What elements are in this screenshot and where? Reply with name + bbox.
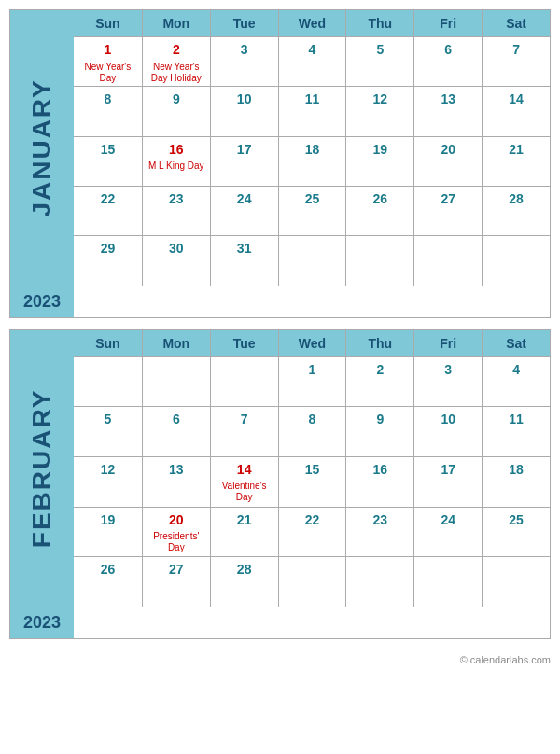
day-cell <box>413 557 482 607</box>
header-thu: Thu <box>345 10 413 36</box>
day-cell: 12 <box>74 457 142 507</box>
day-cell: 14Valentine's Day <box>210 457 278 507</box>
day-cell: 25 <box>278 187 346 235</box>
day-cell <box>413 236 482 285</box>
day-cell: 21 <box>210 508 278 557</box>
day-cell: 16M L King Day <box>142 137 210 186</box>
day-number: 7 <box>512 41 520 60</box>
day-number: 13 <box>441 91 455 109</box>
day-number: 9 <box>173 91 180 109</box>
january-bottom-row: 2023 <box>10 286 550 317</box>
february-day-headers: Sun Mon Tue Wed Thu Fri Sat <box>74 330 550 357</box>
day-number: 13 <box>169 461 184 480</box>
day-cell: 26 <box>74 557 142 607</box>
day-number: 14 <box>237 461 252 480</box>
day-number: 3 <box>241 41 248 60</box>
day-number: 12 <box>373 91 388 109</box>
day-number: 28 <box>237 561 252 579</box>
day-cell: 7 <box>210 407 278 456</box>
day-cell: 23 <box>345 508 413 557</box>
day-cell: 27 <box>413 187 482 235</box>
header-tue: Tue <box>210 10 278 36</box>
week-row: 567891011 <box>74 406 550 456</box>
holiday-name: Presidents' Day <box>148 531 204 553</box>
day-cell: 11 <box>278 87 346 135</box>
day-number: 30 <box>169 240 184 258</box>
day-cell: 12 <box>345 87 413 135</box>
day-cell: 20Presidents' Day <box>142 508 210 557</box>
header-sat: Sat <box>482 330 550 356</box>
january-bottom-filler <box>74 286 550 317</box>
day-cell <box>345 557 413 607</box>
day-number: 18 <box>305 141 320 160</box>
header-fri: Fri <box>413 10 482 36</box>
day-number: 3 <box>444 361 452 380</box>
day-number: 9 <box>376 411 384 429</box>
february-month-col: February <box>10 330 74 607</box>
day-cell: 8 <box>74 87 142 135</box>
day-cell: 31 <box>210 236 278 285</box>
header-wed: Wed <box>278 10 346 36</box>
day-cell <box>142 357 210 407</box>
day-cell: 4 <box>278 37 346 86</box>
february-bottom-filler <box>74 607 550 638</box>
day-number: 19 <box>373 141 388 160</box>
day-cell: 27 <box>142 557 210 607</box>
day-cell <box>482 557 550 607</box>
day-cell <box>278 557 346 607</box>
day-number: 5 <box>376 41 384 60</box>
day-cell: 2 <box>345 357 413 407</box>
day-cell: 6 <box>413 37 482 86</box>
january-year: 2023 <box>10 286 74 317</box>
january-weeks: 1New Year's Day2New Year's Day Holiday34… <box>74 37 550 286</box>
day-number: 21 <box>509 141 524 160</box>
day-number: 7 <box>241 411 248 429</box>
day-cell: 6 <box>142 407 210 456</box>
january-month-name: January <box>27 18 57 278</box>
week-row: 1516M L King Day1718192021 <box>74 136 550 186</box>
day-number: 20 <box>441 141 455 160</box>
week-row: 121314Valentine's Day15161718 <box>74 456 550 507</box>
day-number: 6 <box>444 41 452 60</box>
day-cell: 13 <box>142 457 210 507</box>
day-number: 27 <box>441 190 455 209</box>
day-number: 4 <box>512 361 520 380</box>
day-cell: 25 <box>482 508 550 557</box>
day-cell: 5 <box>345 37 413 86</box>
week-row: 1920Presidents' Day2122232425 <box>74 507 550 557</box>
day-number: 8 <box>309 411 316 429</box>
day-number: 17 <box>441 461 455 480</box>
day-cell: 26 <box>345 187 413 235</box>
february-weeks: 1234567891011121314Valentine's Day151617… <box>74 357 550 607</box>
holiday-name: M L King Day <box>148 161 204 172</box>
day-cell: 15 <box>74 137 142 186</box>
week-row: 1New Year's Day2New Year's Day Holiday34… <box>74 37 550 86</box>
day-number: 28 <box>509 190 524 209</box>
february-grid: Sun Mon Tue Wed Thu Fri Sat 123456789101… <box>74 330 550 607</box>
header-mon: Mon <box>142 330 210 356</box>
day-cell: 3 <box>210 37 278 86</box>
day-cell: 19 <box>74 508 142 557</box>
day-cell: 18 <box>482 457 550 507</box>
day-cell: 7 <box>482 37 550 86</box>
day-number: 23 <box>169 190 184 209</box>
january-grid: Sun Mon Tue Wed Thu Fri Sat 1New Year's … <box>74 10 550 286</box>
february-month-name: February <box>27 338 57 599</box>
day-cell: 9 <box>142 87 210 135</box>
day-cell: 10 <box>210 87 278 135</box>
day-number: 20 <box>169 511 184 530</box>
day-cell: 28 <box>482 187 550 235</box>
day-cell: 22 <box>278 508 346 557</box>
day-number: 19 <box>101 511 116 530</box>
day-cell: 18 <box>278 137 346 186</box>
day-number: 26 <box>373 190 388 209</box>
day-cell: 20 <box>413 137 482 186</box>
day-number: 14 <box>509 91 524 109</box>
day-number: 29 <box>101 240 116 258</box>
day-cell: 23 <box>142 187 210 235</box>
day-cell: 1New Year's Day <box>74 37 142 86</box>
day-number: 22 <box>101 190 116 209</box>
day-cell <box>210 357 278 407</box>
day-cell: 14 <box>482 87 550 135</box>
day-number: 27 <box>169 561 184 579</box>
